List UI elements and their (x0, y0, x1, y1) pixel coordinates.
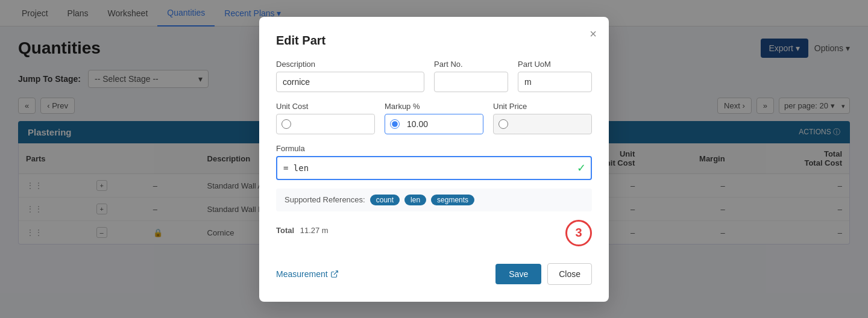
form-group-unit-cost: Unit Cost (276, 102, 375, 134)
formula-group: Formula ✓ (276, 144, 592, 180)
markup-label: Markup % (385, 102, 483, 111)
supported-refs: Supported References: count len segments (276, 189, 592, 211)
form-group-description: Description (276, 60, 424, 92)
modal-close-button[interactable]: × (590, 28, 597, 40)
unit-price-label: Unit Price (493, 102, 592, 111)
formula-input[interactable] (276, 156, 592, 180)
uom-input[interactable] (518, 72, 592, 92)
formula-check-icon: ✓ (577, 161, 586, 175)
description-label: Description (276, 60, 424, 69)
markup-input[interactable] (404, 114, 483, 134)
description-input[interactable] (276, 72, 424, 92)
edit-part-modal: Edit Part × Description Part No. Part Uo… (259, 17, 609, 257)
form-row-2: Unit Cost Markup % Unit Price (276, 102, 592, 134)
unit-cost-radio[interactable] (281, 119, 291, 129)
formula-label: Formula (276, 144, 592, 153)
partno-input[interactable] (434, 72, 508, 92)
circle-badge-wrap: 3 (565, 220, 592, 254)
form-group-partno: Part No. (434, 60, 508, 92)
form-group-uom: Part UoM (518, 60, 592, 92)
ref-badge-segments[interactable]: segments (431, 195, 474, 205)
total-label: Total (276, 226, 294, 235)
unit-cost-group (276, 114, 375, 134)
total-row: Total 11.27 m (276, 226, 329, 235)
unit-cost-input[interactable] (296, 114, 374, 134)
modal-overlay: Edit Part × Description Part No. Part Uo… (0, 0, 868, 257)
markup-group (385, 114, 483, 134)
form-row-1: Description Part No. Part UoM (276, 60, 592, 92)
unit-price-radio[interactable] (498, 119, 508, 129)
unit-price-group (493, 114, 592, 134)
uom-label: Part UoM (518, 60, 592, 69)
form-group-markup: Markup % (385, 102, 483, 134)
unit-price-input[interactable] (513, 114, 591, 134)
modal-title: Edit Part (276, 34, 592, 48)
ref-badge-len[interactable]: len (404, 195, 426, 205)
total-value: 11.27 m (300, 226, 329, 235)
total-circle-row: Total 11.27 m 3 (276, 220, 592, 254)
circle-badge: 3 (565, 220, 592, 246)
markup-radio[interactable] (390, 119, 400, 129)
unit-cost-label: Unit Cost (276, 102, 375, 111)
ref-badge-count[interactable]: count (370, 195, 400, 205)
partno-label: Part No. (434, 60, 508, 69)
form-group-unit-price: Unit Price (493, 102, 592, 134)
supported-refs-label: Supported References: (285, 195, 365, 204)
formula-input-wrap: ✓ (276, 156, 592, 180)
